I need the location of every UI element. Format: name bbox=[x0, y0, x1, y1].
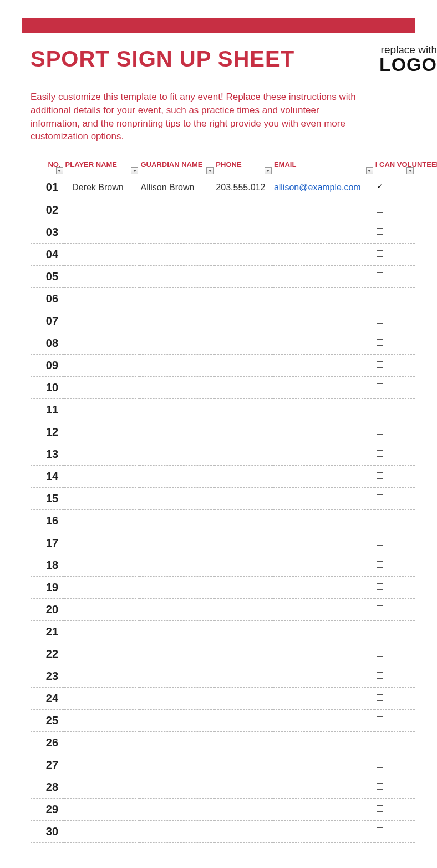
volunteer-checkbox[interactable] bbox=[377, 206, 383, 213]
filter-dropdown-icon[interactable] bbox=[406, 167, 414, 174]
guardian-name-cell[interactable] bbox=[139, 376, 215, 398]
phone-cell[interactable] bbox=[215, 754, 273, 776]
volunteer-cell[interactable] bbox=[374, 709, 415, 731]
volunteer-cell[interactable] bbox=[374, 687, 415, 709]
filter-dropdown-icon[interactable] bbox=[131, 167, 138, 174]
email-cell[interactable] bbox=[273, 310, 374, 332]
player-name-cell[interactable] bbox=[64, 287, 140, 310]
filter-dropdown-icon[interactable] bbox=[265, 167, 272, 174]
filter-dropdown-icon[interactable] bbox=[56, 167, 63, 174]
player-name-cell[interactable] bbox=[64, 310, 140, 332]
player-name-cell[interactable] bbox=[64, 465, 140, 487]
guardian-name-cell[interactable] bbox=[139, 487, 215, 509]
volunteer-checkbox[interactable] bbox=[377, 739, 383, 745]
phone-cell[interactable] bbox=[215, 776, 273, 798]
email-cell[interactable] bbox=[273, 354, 374, 376]
email-cell[interactable] bbox=[273, 376, 374, 398]
volunteer-checkbox[interactable] bbox=[377, 761, 383, 768]
player-name-cell[interactable] bbox=[64, 643, 140, 665]
guardian-name-cell[interactable] bbox=[139, 731, 215, 754]
player-name-cell[interactable] bbox=[64, 376, 140, 398]
phone-cell[interactable] bbox=[215, 221, 273, 243]
phone-cell[interactable] bbox=[215, 287, 273, 310]
email-cell[interactable] bbox=[273, 221, 374, 243]
player-name-cell[interactable] bbox=[64, 532, 140, 554]
guardian-name-cell[interactable] bbox=[139, 554, 215, 576]
volunteer-cell[interactable] bbox=[374, 509, 415, 532]
volunteer-checkbox[interactable] bbox=[377, 583, 383, 590]
guardian-name-cell[interactable] bbox=[139, 354, 215, 376]
player-name-cell[interactable] bbox=[64, 398, 140, 421]
phone-cell[interactable] bbox=[215, 687, 273, 709]
guardian-name-cell[interactable] bbox=[139, 776, 215, 798]
guardian-name-cell[interactable] bbox=[139, 287, 215, 310]
volunteer-cell[interactable] bbox=[374, 665, 415, 687]
email-cell[interactable] bbox=[273, 554, 374, 576]
phone-cell[interactable] bbox=[215, 509, 273, 532]
guardian-name-cell[interactable] bbox=[139, 798, 215, 820]
email-cell[interactable] bbox=[273, 509, 374, 532]
email-cell[interactable] bbox=[273, 243, 374, 265]
player-name-cell[interactable] bbox=[64, 421, 140, 443]
volunteer-cell[interactable] bbox=[374, 532, 415, 554]
volunteer-cell[interactable] bbox=[374, 243, 415, 265]
volunteer-cell[interactable] bbox=[374, 820, 415, 842]
col-email[interactable]: EMAIL bbox=[273, 157, 374, 176]
player-name-cell[interactable] bbox=[64, 354, 140, 376]
phone-cell[interactable] bbox=[215, 820, 273, 842]
volunteer-cell[interactable] bbox=[374, 798, 415, 820]
player-name-cell[interactable] bbox=[64, 731, 140, 754]
volunteer-cell[interactable] bbox=[374, 421, 415, 443]
phone-cell[interactable] bbox=[215, 731, 273, 754]
email-cell[interactable]: allison@example.com bbox=[273, 176, 374, 199]
guardian-name-cell[interactable] bbox=[139, 709, 215, 731]
player-name-cell[interactable] bbox=[64, 243, 140, 265]
player-name-cell[interactable] bbox=[64, 199, 140, 221]
volunteer-checkbox[interactable] bbox=[377, 272, 383, 279]
volunteer-cell[interactable] bbox=[374, 643, 415, 665]
volunteer-checkbox[interactable] bbox=[377, 339, 383, 346]
volunteer-checkbox[interactable] bbox=[377, 250, 383, 257]
guardian-name-cell[interactable]: Allison Brown bbox=[139, 176, 215, 199]
volunteer-cell[interactable] bbox=[374, 598, 415, 620]
phone-cell[interactable] bbox=[215, 354, 273, 376]
phone-cell[interactable] bbox=[215, 665, 273, 687]
filter-dropdown-icon[interactable] bbox=[366, 167, 373, 174]
player-name-cell[interactable] bbox=[64, 776, 140, 798]
volunteer-cell[interactable] bbox=[374, 731, 415, 754]
phone-cell[interactable]: 203.555.012 bbox=[215, 176, 273, 199]
phone-cell[interactable] bbox=[215, 398, 273, 421]
email-cell[interactable] bbox=[273, 199, 374, 221]
guardian-name-cell[interactable] bbox=[139, 687, 215, 709]
email-cell[interactable] bbox=[273, 287, 374, 310]
volunteer-checkbox[interactable] bbox=[377, 783, 383, 790]
email-cell[interactable] bbox=[273, 576, 374, 598]
email-cell[interactable] bbox=[273, 332, 374, 354]
volunteer-checkbox[interactable] bbox=[377, 561, 383, 568]
volunteer-cell[interactable] bbox=[374, 554, 415, 576]
phone-cell[interactable] bbox=[215, 643, 273, 665]
phone-cell[interactable] bbox=[215, 265, 273, 287]
phone-cell[interactable] bbox=[215, 310, 273, 332]
phone-cell[interactable] bbox=[215, 798, 273, 820]
guardian-name-cell[interactable] bbox=[139, 443, 215, 465]
volunteer-checkbox[interactable] bbox=[377, 228, 383, 235]
phone-cell[interactable] bbox=[215, 332, 273, 354]
phone-cell[interactable] bbox=[215, 421, 273, 443]
email-cell[interactable] bbox=[273, 754, 374, 776]
phone-cell[interactable] bbox=[215, 465, 273, 487]
guardian-name-cell[interactable] bbox=[139, 576, 215, 598]
volunteer-cell[interactable] bbox=[374, 199, 415, 221]
email-cell[interactable] bbox=[273, 731, 374, 754]
volunteer-cell[interactable] bbox=[374, 487, 415, 509]
email-cell[interactable] bbox=[273, 487, 374, 509]
guardian-name-cell[interactable] bbox=[139, 665, 215, 687]
volunteer-cell[interactable] bbox=[374, 443, 415, 465]
guardian-name-cell[interactable] bbox=[139, 199, 215, 221]
volunteer-checkbox[interactable] bbox=[377, 184, 383, 190]
volunteer-cell[interactable] bbox=[374, 221, 415, 243]
volunteer-checkbox[interactable] bbox=[377, 650, 383, 657]
volunteer-cell[interactable] bbox=[374, 265, 415, 287]
volunteer-checkbox[interactable] bbox=[377, 450, 383, 457]
volunteer-checkbox[interactable] bbox=[377, 539, 383, 546]
